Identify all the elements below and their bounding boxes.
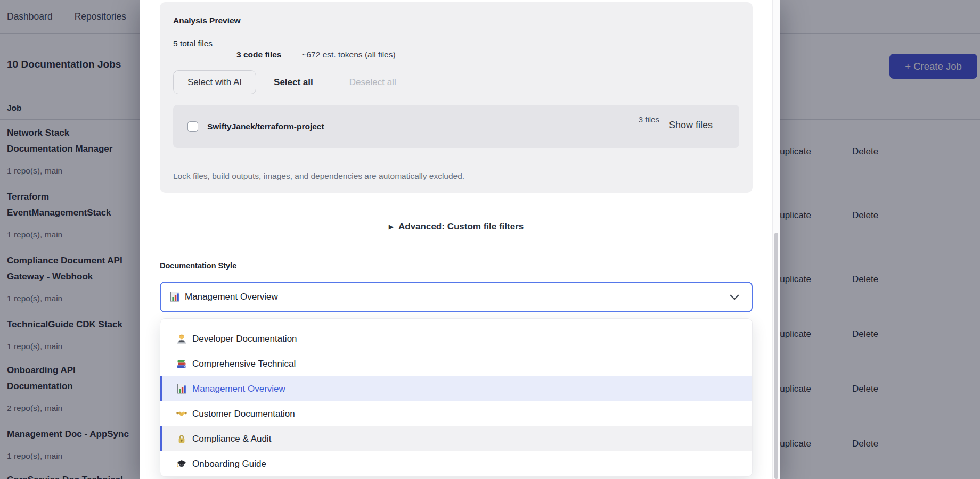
create-job-modal: Analysis Preview 5 total files 3 code fi… bbox=[140, 0, 780, 479]
books-icon bbox=[176, 359, 187, 369]
advanced-filters-toggle[interactable]: ▶Advanced: Custom file filters bbox=[160, 221, 753, 232]
total-files-stat: 5 total files bbox=[173, 38, 739, 48]
lock-icon bbox=[176, 434, 187, 444]
deselect-all-button[interactable]: Deselect all bbox=[349, 77, 396, 88]
token-estimate-stat: ~672 est. tokens (all files) bbox=[301, 49, 395, 60]
doc-style-select[interactable]: Management Overview bbox=[160, 282, 753, 312]
technologist-icon bbox=[176, 334, 187, 344]
select-all-button[interactable]: Select all bbox=[274, 77, 313, 88]
option-label: Customer Documentation bbox=[192, 409, 295, 419]
file-stats-row: 3 code files ~672 est. tokens (all files… bbox=[236, 49, 739, 60]
handshake-icon bbox=[176, 409, 187, 419]
grad-cap-icon bbox=[176, 459, 187, 469]
option-label: Developer Documentation bbox=[192, 334, 297, 344]
doc-style-option[interactable]: Onboarding Guide bbox=[160, 451, 752, 476]
repo-checkbox[interactable] bbox=[187, 121, 198, 132]
doc-style-dropdown: Developer DocumentationComprehensive Tec… bbox=[160, 318, 753, 477]
option-label: Comprehensive Technical bbox=[192, 359, 296, 369]
advanced-filters-label: Advanced: Custom file filters bbox=[398, 221, 524, 232]
bar-chart-icon bbox=[169, 292, 180, 302]
option-label: Management Overview bbox=[192, 384, 285, 394]
option-label: Compliance & Audit bbox=[192, 434, 271, 444]
repo-files-count: 3 files bbox=[639, 115, 659, 124]
modal-scrollbar-thumb[interactable] bbox=[774, 233, 778, 479]
doc-style-option[interactable]: Developer Documentation bbox=[160, 326, 752, 351]
disclosure-triangle-icon: ▶ bbox=[389, 223, 394, 230]
doc-style-option[interactable]: Customer Documentation bbox=[160, 401, 752, 426]
repo-name: SwiftyJanek/terraform-project bbox=[207, 122, 639, 131]
doc-style-selected-value: Management Overview bbox=[185, 292, 278, 302]
doc-style-label: Documentation Style bbox=[160, 261, 753, 270]
option-label: Onboarding Guide bbox=[192, 459, 266, 469]
analysis-preview-title: Analysis Preview bbox=[173, 16, 739, 26]
select-with-ai-button[interactable]: Select with AI bbox=[173, 70, 256, 94]
show-files-button[interactable]: Show files bbox=[669, 120, 713, 131]
code-files-stat: 3 code files bbox=[236, 49, 281, 60]
selection-buttons-row: Select with AI Select all Deselect all bbox=[173, 70, 739, 94]
doc-style-option[interactable]: Comprehensive Technical bbox=[160, 351, 752, 376]
modal-scrollbar bbox=[772, 0, 780, 479]
analysis-preview-panel: Analysis Preview 5 total files 3 code fi… bbox=[160, 2, 753, 193]
bar-chart-icon bbox=[176, 384, 187, 394]
auto-exclude-note: Lock files, build outputs, images, and d… bbox=[173, 171, 739, 181]
chevron-down-icon bbox=[730, 291, 739, 300]
doc-style-option[interactable]: Compliance & Audit bbox=[160, 426, 752, 451]
doc-style-option[interactable]: Management Overview bbox=[160, 376, 752, 401]
repo-row: SwiftyJanek/terraform-project 3 files Sh… bbox=[173, 105, 739, 148]
